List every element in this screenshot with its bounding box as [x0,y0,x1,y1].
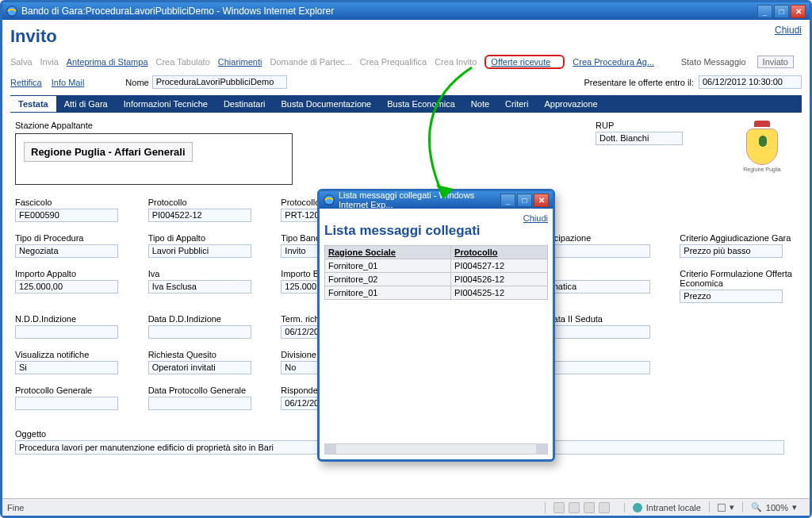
info-mail-link[interactable]: Info Mail [52,78,85,87]
iva-value[interactable]: Iva Esclusa [148,280,251,294]
visualizza-label: Visualizza notifiche [15,350,132,359]
offerte-ricevute-link[interactable]: Offerte ricevute [491,57,550,67]
tabs: Testata Atti di Gara Informazioni Tecnic… [10,95,802,113]
trust-icon-2[interactable] [569,502,580,513]
rup-value[interactable]: Dott. Bianchi [596,132,683,145]
table-row[interactable]: Fornitore_02PI004526-12 [325,273,548,286]
tab-approvazione[interactable]: Approvazione [536,96,605,112]
stato-messaggio-value: Inviato [757,56,794,68]
protected-mode-block[interactable]: ▾ [709,502,742,512]
zone-block[interactable]: Intranet locale [624,503,709,512]
stazione-box: Regione Puglia - Affari Generali [15,133,293,185]
page-title: Invito [10,25,802,52]
nome-label: Nome [125,78,148,87]
ie-icon [324,194,335,205]
minimize-button[interactable]: _ [757,5,772,18]
col-ragione[interactable]: Ragione Sociale [325,246,451,259]
chiarimenti-link[interactable]: Chiarimenti [218,57,262,67]
popup-chiudi-link[interactable]: Chiudi [523,213,548,223]
globe-icon [633,503,642,512]
tipo-appalto-label: Tipo di Appalto [148,233,266,243]
popup-window[interactable]: Lista messaggi collegati - Windows Inter… [317,189,555,462]
maximize-button[interactable]: □ [774,5,789,18]
data-seduta-value[interactable] [547,325,650,339]
tab-atti[interactable]: Atti di Gara [56,96,116,112]
scroll-left-button[interactable] [325,444,336,454]
tab-criteri[interactable]: Criteri [497,96,536,112]
partecipazione-value[interactable] [547,244,650,258]
tipo-procedura-label: Tipo di Procedura [15,233,132,243]
importo-appalto-value[interactable]: 125.000,00 [15,280,118,294]
data-protocollo-gen-value[interactable] [148,397,251,410]
page-close-link[interactable]: Chiudi [775,25,802,36]
visualizza-value[interactable]: Si [15,361,118,374]
trust-icon-1[interactable] [553,502,565,513]
status-bar: Fine Intranet locale ▾ 🔍 100% ▾ [2,498,810,516]
popup-minimize-button[interactable]: _ [500,194,515,207]
protocollo-value[interactable]: PI004522-12 [148,209,251,222]
tipo-appalto-value[interactable]: Lavori Pubblici [148,244,251,258]
logo-block: Regione Puglia [738,121,786,172]
presentare-field[interactable]: 06/12/2012 10:30:00 [699,75,802,89]
zone-label: Intranet locale [646,503,701,512]
ita-label: ia [547,269,665,278]
table-row[interactable]: Fornitore_01PI004527-12 [325,259,548,273]
popup-close-button[interactable]: ✕ [534,194,549,207]
domande-link: Domande di Partec... [270,57,351,67]
criterio-agg-value[interactable]: Prezzo più basso [680,244,783,258]
a-value[interactable] [547,361,650,374]
popup-window-title: Lista messaggi collegati - Windows Inter… [339,190,499,209]
toolbar: Salva Invia Anteprima di Stampa Crea Tab… [10,52,802,72]
tab-info-tecniche[interactable]: Informazioni Tecniche [116,96,216,112]
popup-maximize-button[interactable]: □ [517,194,532,207]
data-dd-value[interactable] [148,325,251,339]
stato-messaggio-label: Stato Messaggio [681,57,746,67]
col-protocollo[interactable]: Protocollo [451,246,548,259]
crea-procedura-link[interactable]: Crea Procedura Ag... [573,57,654,67]
ita-value[interactable]: matica [547,280,650,294]
logo-crown-icon [754,121,770,127]
tab-testata[interactable]: Testata [10,96,56,112]
trust-icon-3[interactable] [584,502,595,513]
tab-destinatari[interactable]: Destinatari [216,96,274,112]
crea-tabulato-link: Crea Tabulato [156,57,210,67]
nome-field[interactable]: ProceduraLavoriPubbliciDemo [152,75,287,89]
ie-icon [6,6,17,17]
richiesta-quesito-value[interactable]: Operatori invitati [148,361,251,374]
window-title: Bando di Gara:ProceduraLavoriPubbliciDem… [21,6,756,17]
main-titlebar[interactable]: Bando di Gara:ProceduraLavoriPubbliciDem… [2,2,810,20]
scroll-right-button[interactable] [536,444,547,454]
status-text: Fine [7,503,24,512]
offerte-ricevute-highlight: Offerte ricevute [485,55,565,69]
criterio-form-label: Criterio Formulazione Offerta Economica [680,269,797,288]
invia-link: Invia [40,57,59,67]
fascicolo-value[interactable]: FE000590 [15,209,118,222]
rettifica-link[interactable]: Rettifica [10,78,42,87]
tab-busta-econ[interactable]: Busta Economica [379,96,463,112]
zoom-block[interactable]: 🔍 100% ▾ [742,502,805,512]
trust-icon-4[interactable] [599,502,610,513]
protocollo-gen-value[interactable] [15,397,118,410]
a-label: a [547,350,665,359]
tab-busta-doc[interactable]: Busta Documentazione [274,96,380,112]
popup-body: Chiudi Lista messaggi collegati Ragione … [320,209,553,459]
tipo-procedura-value[interactable]: Negoziata [15,244,118,258]
logo-caption: Regione Puglia [743,167,780,172]
tab-note[interactable]: Note [463,96,497,112]
popup-h-scrollbar[interactable] [324,443,548,455]
logo-shield-icon [746,129,778,165]
messages-table: Ragione Sociale Protocollo Fornitore_01P… [324,245,548,300]
iva-label: Iva [148,269,266,278]
trust-icons [545,502,618,513]
data-seduta-label: Data II Seduta [547,314,665,324]
toolbar-row-2: Rettifica Info Mail Nome ProceduraLavori… [10,72,802,95]
ndd-value[interactable] [15,325,118,339]
salva-link: Salva [10,57,33,67]
popup-titlebar[interactable]: Lista messaggi collegati - Windows Inter… [320,191,553,209]
criterio-form-value[interactable]: Prezzo [680,290,783,303]
anteprima-link[interactable]: Anteprima di Stampa [67,57,148,67]
partecipazione-label: tecipazione [547,233,665,243]
criterio-agg-label: Criterio Aggiudicazione Gara [680,233,797,243]
table-row[interactable]: Fornitore_01PI004525-12 [325,286,548,300]
close-button[interactable]: ✕ [791,5,806,18]
